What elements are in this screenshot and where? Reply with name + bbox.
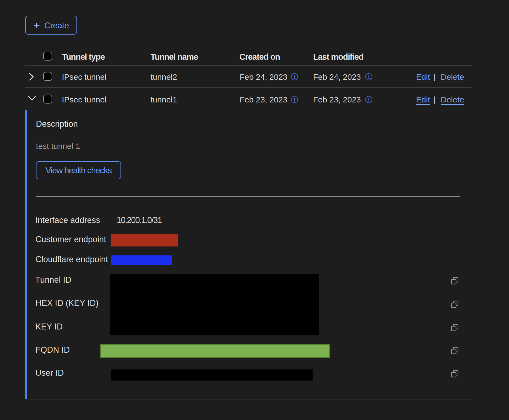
svg-text:i: i: [368, 97, 370, 102]
svg-text:i: i: [368, 75, 370, 80]
svg-text:i: i: [294, 97, 295, 102]
svg-text:i: i: [294, 75, 295, 80]
